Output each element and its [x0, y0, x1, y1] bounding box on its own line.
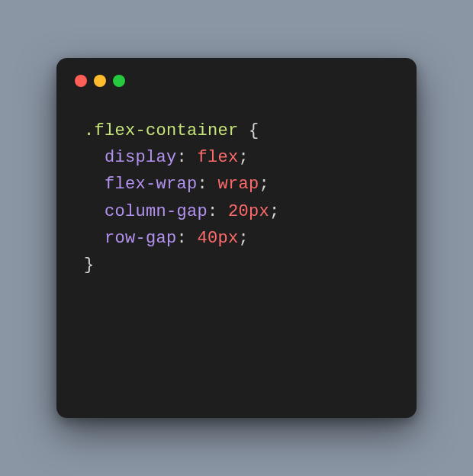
css-property: display — [105, 148, 177, 167]
open-brace: { — [239, 121, 259, 140]
window-titlebar — [56, 58, 417, 95]
css-value: wrap — [218, 175, 259, 194]
css-property: flex-wrap — [105, 175, 198, 194]
css-property: row-gap — [105, 229, 177, 248]
close-brace: } — [84, 256, 95, 275]
css-value: 40px — [198, 229, 239, 248]
code-line-declaration: flex-wrap: wrap; — [84, 171, 394, 198]
code-line-declaration: display: flex; — [84, 144, 394, 171]
code-line-declaration: column-gap: 20px; — [84, 198, 394, 225]
css-value: 20px — [228, 202, 269, 221]
css-selector: .flex-container — [84, 121, 239, 140]
minimize-icon[interactable] — [94, 75, 106, 87]
css-value: flex — [198, 148, 239, 167]
close-icon[interactable] — [75, 75, 87, 87]
maximize-icon[interactable] — [113, 75, 125, 87]
code-snippet: .flex-container { display: flex; flex-wr… — [56, 95, 417, 301]
css-property: column-gap — [105, 202, 208, 221]
code-line-declaration: row-gap: 40px; — [84, 225, 394, 252]
code-window: .flex-container { display: flex; flex-wr… — [56, 58, 417, 418]
code-line-selector: .flex-container { — [84, 117, 394, 144]
code-line-close: } — [84, 252, 394, 278]
